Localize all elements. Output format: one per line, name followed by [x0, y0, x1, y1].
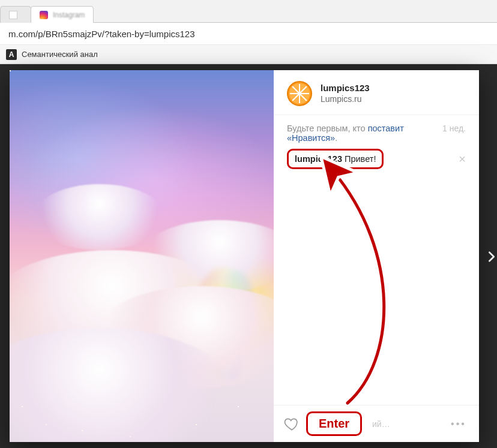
- post-username[interactable]: lumpics123: [321, 83, 370, 94]
- avatar[interactable]: [287, 81, 312, 106]
- more-options-button[interactable]: •••: [448, 419, 469, 429]
- post-body: Будьте первым, кто поставит «Нравится». …: [274, 115, 479, 405]
- comment-username[interactable]: lumpics123: [295, 154, 342, 164]
- post-header: lumpics123 Lumpics.ru: [274, 70, 479, 115]
- user-block: lumpics123 Lumpics.ru: [321, 83, 370, 104]
- bookmarks-bar: A Семантический анал: [0, 44, 497, 64]
- tab-title: Instagram: [53, 11, 85, 19]
- post-footer: Enter ий… •••: [274, 405, 479, 442]
- address-text: m.com/p/BRn5smajzPv/?taken-by=lumpics123: [8, 29, 195, 39]
- browser-chrome: Instagram m.com/p/BRn5smajzPv/?taken-by=…: [0, 0, 497, 64]
- bookmark-favicon-icon: A: [6, 49, 17, 60]
- post-side-panel: lumpics123 Lumpics.ru Будьте первым, кто…: [274, 70, 479, 442]
- comment-row: lumpics123 Привет! ×: [287, 149, 466, 169]
- annotation-comment-highlight: lumpics123 Привет!: [287, 149, 384, 169]
- address-bar-row: m.com/p/BRn5smajzPv/?taken-by=lumpics123: [0, 23, 497, 44]
- be-first-like-text: Будьте первым, кто поставит «Нравится».: [287, 124, 434, 143]
- next-photo-button[interactable]: [485, 243, 497, 270]
- comment-placeholder: ий…: [372, 419, 390, 429]
- address-bar[interactable]: m.com/p/BRn5smajzPv/?taken-by=lumpics123: [5, 26, 492, 41]
- instagram-favicon-icon: [40, 11, 48, 19]
- comment-text: Привет!: [345, 154, 376, 164]
- post-timestamp: 1 нед.: [442, 124, 466, 133]
- chevron-right-icon: [485, 250, 497, 263]
- comment-input[interactable]: Enter ий…: [306, 411, 442, 436]
- page-area: lumpics123 Lumpics.ru Будьте первым, кто…: [0, 64, 497, 448]
- delete-comment-button[interactable]: ×: [459, 153, 466, 165]
- post-image-content: [10, 70, 274, 442]
- likes-suffix: .: [335, 133, 337, 143]
- browser-tab-2[interactable]: Instagram: [31, 6, 94, 23]
- annotation-enter-label: Enter: [306, 411, 362, 436]
- post-display-name: Lumpics.ru: [321, 94, 370, 105]
- post-image[interactable]: [10, 70, 274, 442]
- tab-strip: Instagram: [0, 0, 497, 23]
- bookmark-item[interactable]: Семантический анал: [22, 50, 98, 59]
- likes-prefix: Будьте первым, кто: [287, 124, 368, 133]
- likes-line: Будьте первым, кто поставит «Нравится». …: [287, 124, 466, 143]
- tab-favicon: [9, 11, 17, 19]
- orange-slice-icon: [287, 81, 312, 106]
- instagram-post-modal: lumpics123 Lumpics.ru Будьте первым, кто…: [10, 70, 479, 442]
- annotation-arrow: [291, 163, 417, 415]
- heart-icon: [284, 416, 300, 432]
- like-button[interactable]: [283, 416, 300, 432]
- browser-tab-1[interactable]: [0, 6, 31, 23]
